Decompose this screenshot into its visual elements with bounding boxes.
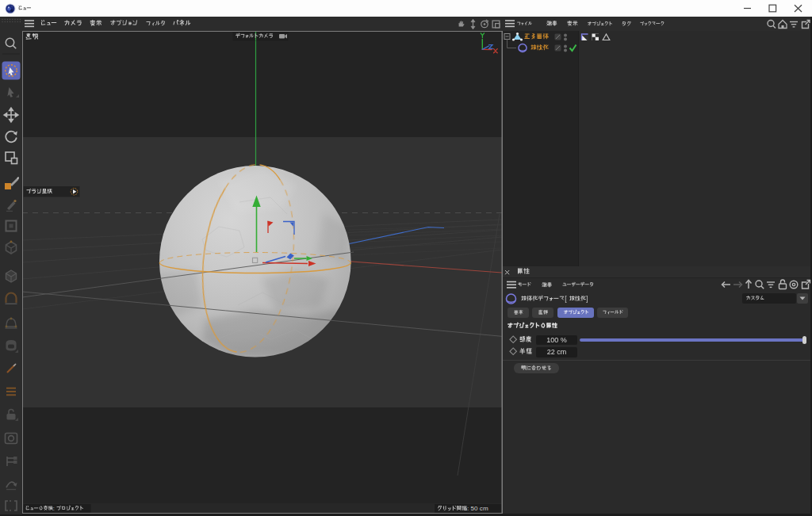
svg-text:: 50 cm: : 50 cm [467,505,488,512]
svg-text:[: [ [565,295,567,303]
svg-text:]: ] [586,295,588,303]
svg-text::: : [53,505,55,512]
